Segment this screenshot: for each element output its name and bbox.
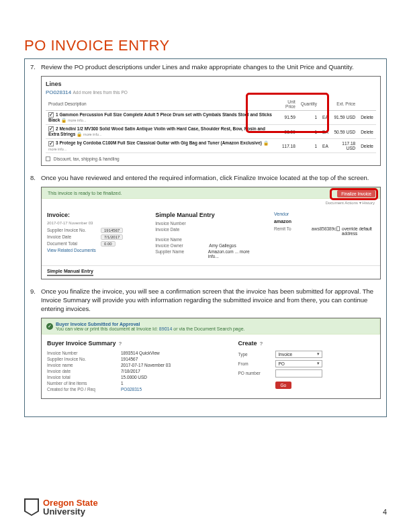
label: Invoice Number — [155, 221, 209, 226]
discount-label: Discount, tax, shipping & handling — [54, 157, 120, 161]
ready-text: This invoice is ready to be finalized. — [48, 191, 122, 195]
label: Created for the PO / Req — [47, 387, 121, 392]
label: Document Total — [47, 241, 101, 247]
vendor-name: amazon — [274, 219, 375, 224]
check-icon[interactable] — [48, 141, 54, 146]
po-number-input[interactable] — [275, 369, 322, 378]
label: Invoice name — [47, 363, 121, 367]
approval-bar: ✓ Buyer Invoice Submitted for Approval Y… — [42, 318, 380, 335]
step-number: 9. — [30, 287, 41, 313]
value: Amazon.com ... more info... — [208, 249, 261, 259]
value: 2017-07-17 November 03 — [121, 363, 171, 367]
value: 7/1/2017 — [101, 234, 123, 240]
label: Supplier Invoice No. — [47, 357, 121, 361]
vendor-section: Vendor — [274, 212, 375, 216]
value: 1914567 — [121, 357, 138, 361]
invoice-date: 2017-07-17 November 03 — [47, 221, 142, 225]
summary-title: Buyer Invoice Summary? — [47, 340, 225, 347]
ext-price: 50.59 USD — [331, 125, 358, 139]
override-label: override default address — [342, 226, 375, 236]
from-select[interactable]: PO — [275, 360, 322, 367]
label: From — [238, 361, 275, 366]
po-num-text: PO028314 — [46, 89, 71, 95]
col-ext: Ext. Price — [331, 98, 358, 111]
value: 1914567 — [101, 228, 123, 233]
label: Invoice Owner — [155, 243, 209, 248]
uom: EA — [320, 139, 331, 152]
qty[interactable]: 1 — [298, 139, 320, 152]
label: Number of line items — [47, 381, 121, 386]
unit-price[interactable]: 117.18 — [275, 139, 298, 152]
go-button[interactable]: Go — [275, 382, 292, 389]
value: 7/18/2017 — [121, 369, 140, 373]
delete-link[interactable]: Delete — [358, 139, 376, 152]
approval-sub: You can view or print this document at I… — [56, 326, 158, 331]
content-frame: 7. Review the PO product descriptions un… — [24, 58, 387, 417]
approval-title: Buyer Invoice Submitted for Approval — [56, 322, 140, 326]
label: Type — [238, 352, 275, 357]
checkbox-icon[interactable] — [46, 157, 50, 161]
label: Supplier Name — [155, 249, 208, 259]
more-link[interactable]: more info... — [68, 118, 87, 122]
step-number: 7. — [30, 63, 41, 72]
invoice-id-link[interactable]: 89014 — [159, 326, 172, 331]
row-num: 1 — [56, 112, 58, 117]
tab-sme[interactable]: Simple Manual Entry — [47, 269, 93, 276]
screenshot-summary: ✓ Buyer Invoice Submitted for Approval Y… — [41, 318, 381, 399]
step-text: Review the PO product descriptions under… — [41, 63, 381, 72]
lines-header: Lines — [46, 81, 376, 87]
checkbox-icon[interactable] — [336, 226, 340, 231]
delete-link[interactable]: Delete — [358, 110, 376, 124]
shield-icon — [24, 498, 39, 516]
page-number: 4 — [383, 508, 387, 516]
type-select[interactable]: Invoice — [275, 351, 322, 358]
value: aws858389c — [312, 226, 336, 236]
more-link[interactable]: more info... — [83, 132, 102, 136]
logo-line2: University — [43, 507, 98, 516]
po-link[interactable]: PO028315 — [121, 387, 142, 392]
value: 15.0000 USD — [121, 375, 147, 380]
osu-logo: Oregon State University — [24, 498, 98, 516]
check-icon[interactable] — [48, 112, 54, 118]
label: PO number — [238, 371, 275, 375]
check-icon[interactable] — [48, 126, 54, 132]
create-title: Create? — [238, 340, 375, 347]
label: Invoice Date — [155, 227, 209, 232]
step-7: 7. Review the PO product descriptions un… — [30, 63, 381, 72]
help-icon[interactable]: ? — [119, 341, 122, 347]
row-desc: Protege by Cordoba C100M Full Size Class… — [59, 140, 261, 145]
label: Invoice Name — [155, 237, 209, 242]
highlight-rect — [330, 188, 378, 200]
discount-row: Discount, tax, shipping & handling — [46, 157, 376, 162]
row-num: 3 — [56, 140, 58, 145]
step-9: 9. Once you finalize the invoice, you wi… — [30, 287, 381, 313]
invoice-header: Invoice: — [47, 212, 142, 218]
delete-link[interactable]: Delete — [358, 125, 376, 139]
value: 1893514 QuickView — [121, 351, 160, 355]
document-actions[interactable]: Document Actions ▾ History — [42, 199, 380, 206]
footer: Oregon State University 4 — [24, 498, 387, 516]
label: Remit To — [274, 226, 312, 236]
label: Invoice Number — [47, 351, 121, 355]
help-icon[interactable]: ? — [260, 341, 263, 347]
label: Invoice Date — [47, 234, 101, 240]
table-row: 3 Protege by Cordoba C100M Full Size Cla… — [46, 139, 376, 152]
tab-row: Simple Manual Entry — [42, 265, 380, 279]
step-text: Once you finalize the invoice, you will … — [41, 287, 381, 313]
screenshot-finalize: This invoice is ready to be finalized. F… — [41, 187, 381, 279]
view-related-link[interactable]: View Related Documents — [47, 248, 101, 253]
value: 1 — [121, 381, 124, 386]
check-circle-icon: ✓ — [46, 323, 53, 330]
label: Invoice total — [47, 375, 121, 380]
more-link[interactable]: more info... — [48, 147, 67, 151]
ext-price: 117.18 USD — [331, 139, 358, 152]
page-title: PO INVOICE ENTRY — [24, 37, 387, 54]
ready-bar: This invoice is ready to be finalized. F… — [42, 187, 380, 199]
value: Amy Gallegos — [209, 243, 236, 248]
step-number: 8. — [30, 174, 41, 183]
screenshot-lines: Lines PO028314 Add more lines from this … — [41, 76, 381, 167]
sme-header: Simple Manual Entry — [155, 212, 261, 218]
label: Supplier Invoice No. — [47, 228, 101, 233]
row-desc: Mendini 1/2 MV300 Solid Wood Satin Antiq… — [48, 126, 265, 136]
col-desc: Product Description — [46, 98, 275, 111]
